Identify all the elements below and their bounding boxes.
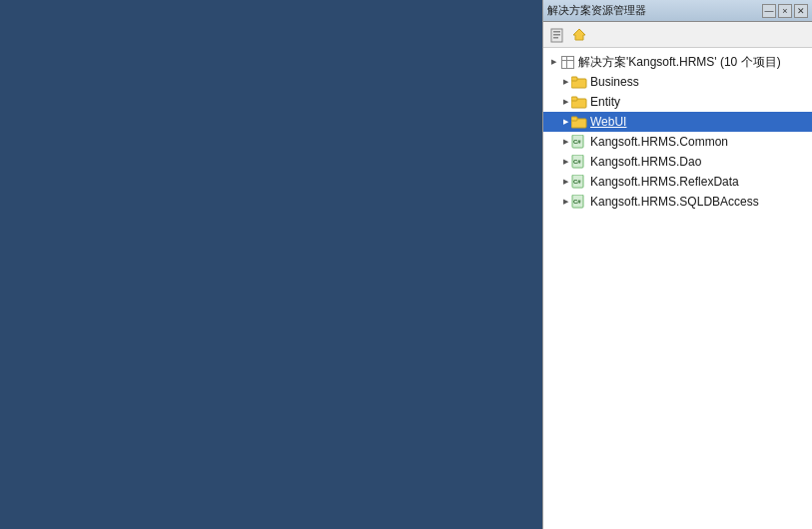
svg-rect-6 — [571, 77, 577, 81]
folder-yellow-icon — [571, 75, 587, 89]
tree-item-entity[interactable]: ▶ Entity — [543, 92, 812, 112]
pages-icon — [549, 27, 565, 43]
folder-icon-business — [571, 75, 587, 89]
solution-explorer-panel: 解决方案资源管理器 — × ✕ ▶ — [542, 0, 812, 529]
cs-icon-dao: C# — [571, 155, 587, 169]
title-text: 解决方案资源管理器 — [547, 3, 646, 18]
expand-arrow-root: ▶ — [547, 56, 559, 68]
minimize-button[interactable]: × — [778, 4, 792, 18]
tree-item-sqldb[interactable]: ▶ C# Kangsoft.HRMS.SQLDBAccess — [543, 192, 812, 212]
common-label: Kangsoft.HRMS.Common — [590, 135, 728, 149]
expand-arrow-common: ▶ — [559, 136, 571, 148]
root-label: 解决方案'Kangsoft.HRMS' (10 个项目) — [578, 54, 781, 71]
sqldb-label: Kangsoft.HRMS.SQLDBAccess — [590, 195, 759, 209]
cs-file-icon-dao: C# — [571, 155, 587, 169]
svg-rect-2 — [553, 34, 560, 36]
svg-text:C#: C# — [573, 159, 581, 165]
webui-label: WebUI — [590, 115, 626, 129]
toolbar-button-1[interactable] — [547, 25, 567, 45]
business-label: Business — [590, 75, 639, 89]
entity-label: Entity — [590, 95, 620, 109]
tree-item-common[interactable]: ▶ C# Kangsoft.HRMS.Common — [543, 132, 812, 152]
folder-yellow-icon-entity — [571, 95, 587, 109]
expand-arrow-dao: ▶ — [559, 156, 571, 168]
tree-item-business[interactable]: ▶ Business — [543, 72, 812, 92]
cs-icon-reflexdata: C# — [571, 175, 587, 189]
folder-icon-webui — [571, 115, 587, 129]
svg-marker-4 — [573, 29, 585, 40]
pin-button[interactable]: — — [762, 4, 776, 18]
reflexdata-label: Kangsoft.HRMS.ReflexData — [590, 175, 739, 189]
svg-rect-3 — [553, 37, 558, 39]
dao-label: Kangsoft.HRMS.Dao — [590, 155, 701, 169]
cs-file-icon-reflexdata: C# — [571, 175, 587, 189]
expand-arrow-webui: ▶ — [559, 116, 571, 128]
svg-text:C#: C# — [573, 179, 581, 185]
toolbar — [543, 22, 812, 48]
tree-root-item[interactable]: ▶ 解决方案'Kangsoft.HRMS' (10 个项目) — [543, 52, 812, 72]
svg-rect-1 — [553, 31, 560, 33]
svg-text:C#: C# — [573, 139, 581, 145]
svg-rect-8 — [571, 97, 577, 101]
home-icon — [571, 27, 587, 43]
title-bar: 解决方案资源管理器 — × ✕ — [543, 0, 812, 22]
title-buttons: — × ✕ — [762, 4, 808, 18]
expand-arrow-business: ▶ — [559, 76, 571, 88]
expand-arrow-sqldb: ▶ — [559, 196, 571, 208]
tree-item-webui[interactable]: ▶ WebUI — [543, 112, 812, 132]
close-button[interactable]: ✕ — [794, 4, 808, 18]
folder-yellow-icon-webui — [571, 115, 587, 129]
cs-icon-sqldb: C# — [571, 195, 587, 209]
expand-arrow-entity: ▶ — [559, 96, 571, 108]
tree-item-reflexdata[interactable]: ▶ C# Kangsoft.HRMS.ReflexData — [543, 172, 812, 192]
cs-file-icon-common: C# — [571, 135, 587, 149]
tree-item-dao[interactable]: ▶ C# Kangsoft.HRMS.Dao — [543, 152, 812, 172]
toolbar-button-2[interactable] — [569, 25, 589, 45]
svg-text:C#: C# — [573, 199, 581, 205]
folder-icon-entity — [571, 95, 587, 109]
cs-file-icon-sqldb: C# — [571, 195, 587, 209]
cs-icon-common: C# — [571, 135, 587, 149]
solution-icon — [559, 55, 575, 69]
svg-rect-10 — [571, 117, 577, 121]
tree-area[interactable]: ▶ 解决方案'Kangsoft.HRMS' (10 个项目) ▶ Busines… — [543, 48, 812, 529]
expand-arrow-reflexdata: ▶ — [559, 176, 571, 188]
